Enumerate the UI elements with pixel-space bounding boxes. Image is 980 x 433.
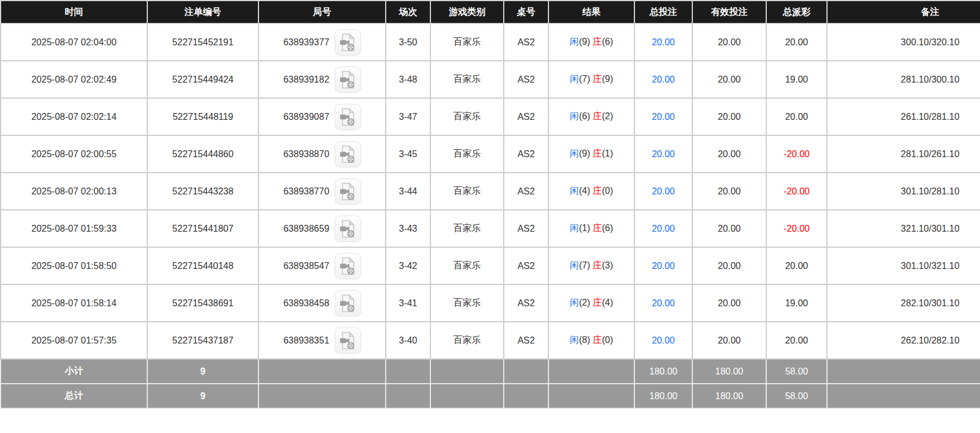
result-banker-label: 庄 [593, 74, 602, 84]
cell-round: 638938770 [258, 173, 386, 210]
cell-total-bet[interactable]: 20.00 [634, 135, 692, 173]
video-replay-button[interactable] [335, 178, 361, 205]
cell-game-type: 百家乐 [430, 284, 504, 322]
table-row: 2025-08-07 01:58:14 522715438691 6389384… [1, 284, 980, 322]
result-banker-label: 庄 [593, 260, 602, 270]
cell-time: 2025-08-07 01:57:35 [1, 322, 147, 359]
result-player-score: (9) [579, 37, 590, 46]
cell-round: 638939182 [258, 61, 386, 98]
cell-session: 3-40 [386, 322, 430, 359]
cell-remark: 281.10/300.10 [827, 61, 980, 98]
video-replay-button[interactable] [335, 216, 361, 242]
cell-total-bet[interactable]: 20.00 [634, 247, 692, 284]
cell-table-no: AS2 [504, 210, 548, 247]
video-replay-button[interactable] [335, 29, 361, 56]
cell-time: 2025-08-07 01:58:14 [1, 284, 147, 322]
video-replay-button[interactable] [335, 104, 361, 130]
result-banker-score: (6) [602, 37, 613, 46]
col-header-session: 场次 [386, 1, 430, 24]
cell-total-bet[interactable]: 20.00 [634, 322, 692, 359]
video-replay-icon [339, 219, 356, 239]
video-replay-button[interactable] [335, 290, 361, 317]
cell-table-no: AS2 [504, 24, 548, 61]
round-number: 638938351 [283, 336, 329, 346]
subtotal-empty-result [548, 359, 634, 384]
cell-result: 闲(7) 庄(3) [548, 247, 634, 284]
result-banker-label: 庄 [593, 37, 602, 46]
cell-valid-bet: 20.00 [692, 322, 766, 359]
cell-total-payout: 20.00 [766, 98, 827, 135]
result-player-score: (9) [579, 149, 590, 158]
table-header: 时间 注单编号 局号 场次 游戏类别 桌号 结果 总投注 有效投注 总派彩 备注 [1, 1, 980, 24]
grand-total-empty-session [386, 384, 430, 408]
col-header-valid-bet: 有效投注 [692, 1, 766, 24]
cell-total-payout: 20.00 [766, 322, 827, 359]
result-player-label: 闲 [570, 111, 579, 121]
cell-game-type: 百家乐 [430, 210, 504, 247]
cell-total-bet[interactable]: 20.00 [634, 98, 692, 135]
result-player-score: (7) [579, 260, 590, 270]
cell-session: 3-42 [386, 247, 430, 284]
cell-game-type: 百家乐 [430, 322, 504, 359]
bet-history-table: 时间 注单编号 局号 场次 游戏类别 桌号 结果 总投注 有效投注 总派彩 备注… [0, 0, 980, 409]
cell-total-bet[interactable]: 20.00 [634, 173, 692, 210]
result-player-label: 闲 [570, 74, 579, 84]
result-player-score: (2) [579, 298, 590, 307]
grand-total-empty-game-type [430, 384, 504, 408]
cell-remark: 321.10/301.10 [827, 210, 980, 247]
video-replay-button[interactable] [335, 253, 361, 279]
cell-valid-bet: 20.00 [692, 284, 766, 322]
cell-total-bet[interactable]: 20.00 [634, 284, 692, 322]
grand-total-empty-result [548, 384, 634, 408]
result-banker-label: 庄 [593, 111, 602, 121]
cell-game-type: 百家乐 [430, 173, 504, 210]
table-row: 2025-08-07 02:00:13 522715443238 6389387… [1, 173, 980, 210]
subtotal-empty-round [258, 359, 386, 384]
cell-session: 3-50 [386, 24, 430, 61]
table-row: 2025-08-07 02:04:00 522715452191 6389393… [1, 24, 980, 61]
cell-session: 3-41 [386, 284, 430, 322]
table-row: 2025-08-07 02:00:55 522715444860 6389388… [1, 135, 980, 173]
video-replay-button[interactable] [335, 67, 361, 93]
cell-remark: 281.10/261.10 [827, 135, 980, 173]
cell-table-no: AS2 [504, 247, 548, 284]
cell-result: 闲(1) 庄(6) [548, 210, 634, 247]
video-replay-button[interactable] [335, 141, 361, 167]
video-replay-icon [339, 107, 356, 127]
table-row: 2025-08-07 01:57:35 522715437187 6389383… [1, 322, 980, 359]
cell-time: 2025-08-07 01:59:33 [1, 210, 147, 247]
result-banker-label: 庄 [593, 223, 602, 233]
cell-game-type: 百家乐 [430, 98, 504, 135]
cell-session: 3-43 [386, 210, 430, 247]
cell-round: 638939087 [258, 98, 386, 135]
subtotal-empty-remark [827, 359, 980, 384]
cell-round: 638938659 [258, 210, 386, 247]
video-replay-button[interactable] [335, 327, 361, 354]
cell-total-payout: 19.00 [766, 61, 827, 98]
cell-time: 2025-08-07 02:04:00 [1, 24, 147, 61]
cell-total-payout: -20.00 [766, 135, 827, 173]
cell-round: 638938547 [258, 247, 386, 284]
cell-total-bet[interactable]: 20.00 [634, 61, 692, 98]
result-player-label: 闲 [570, 260, 579, 270]
subtotal-count: 9 [147, 359, 258, 384]
cell-game-type: 百家乐 [430, 61, 504, 98]
cell-bet-id: 522715449424 [147, 61, 258, 98]
cell-table-no: AS2 [504, 98, 548, 135]
col-header-total-bet: 总投注 [634, 1, 692, 24]
cell-remark: 301.10/281.10 [827, 173, 980, 210]
result-player-score: (1) [579, 223, 590, 233]
result-player-label: 闲 [570, 223, 579, 233]
cell-game-type: 百家乐 [430, 135, 504, 173]
cell-result: 闲(6) 庄(2) [548, 98, 634, 135]
col-header-result: 结果 [548, 1, 634, 24]
result-banker-score: (4) [602, 298, 613, 307]
round-number: 638939182 [283, 75, 329, 85]
cell-total-bet[interactable]: 20.00 [634, 24, 692, 61]
grand-total-row: 总计 9 180.00 180.00 58.00 [1, 384, 980, 408]
result-player-score: (6) [579, 111, 590, 121]
result-banker-label: 庄 [593, 335, 602, 345]
cell-total-bet[interactable]: 20.00 [634, 210, 692, 247]
grand-total-count: 9 [147, 384, 258, 408]
result-banker-label: 庄 [593, 149, 602, 158]
